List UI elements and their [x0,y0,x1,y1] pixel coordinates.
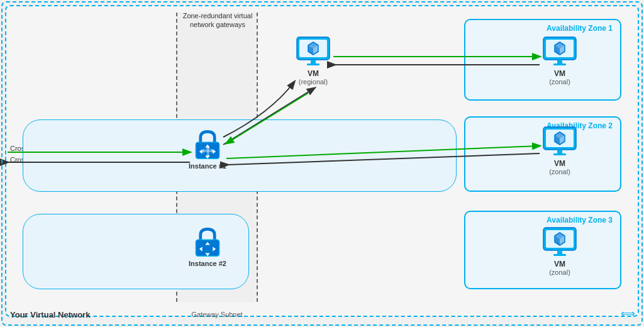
vm-az3-container: VM (zonal) [541,225,579,276]
vm-az3-label: VM [554,260,565,269]
vm-az3-sublabel: (zonal) [549,269,570,276]
az3-label: Availability Zone 3 [547,216,613,224]
instance1-container: ⟺ ⟺ Instance #1 [189,126,226,170]
vm-regional-label: VM [308,69,319,78]
svg-rect-20 [311,60,316,64]
instance2-icon [190,223,225,258]
svg-rect-28 [557,60,562,64]
corner-decoration: ⟺ [621,308,635,319]
vm-az2-icon [541,125,579,159]
vm-regional-container: VM (regional) [294,35,332,86]
instance1-label: Instance #1 [189,162,226,170]
instance2-label: Instance #2 [189,260,226,267]
vm-az2-container: VM (zonal) [541,125,579,175]
svg-rect-37 [553,153,566,155]
instance1-icon: ⟺ ⟺ [190,126,225,161]
vm-az1-icon [541,35,579,69]
vm-az2-sublabel: (zonal) [549,168,570,175]
vm-az1-sublabel: (zonal) [549,78,570,86]
svg-rect-45 [553,254,566,256]
diagram-container: Zone-redundant virtual network gateways … [0,0,644,327]
svg-rect-21 [307,64,319,65]
az1-label: Availability Zone 1 [547,24,613,33]
instance2-container: Instance #2 [189,223,226,267]
zone-redundant-label: Zone-redundant virtual network gateways [179,11,257,30]
svg-rect-36 [557,150,562,153]
virtual-network-label: Your Virtual Network [10,310,90,319]
vm-az2-label: VM [554,159,565,168]
mid-row-lane [23,119,457,192]
vm-az1-container: VM (zonal) [541,35,579,86]
vm-regional-icon [294,35,332,69]
vm-regional-sublabel: (regional) [299,78,328,86]
vm-az3-icon [541,225,579,260]
svg-text:⟺: ⟺ [204,147,213,157]
gateway-subnet-label: Gateway Subnet [180,311,254,318]
svg-rect-44 [557,250,562,254]
svg-rect-29 [553,64,566,65]
vm-az1-label: VM [554,69,565,78]
